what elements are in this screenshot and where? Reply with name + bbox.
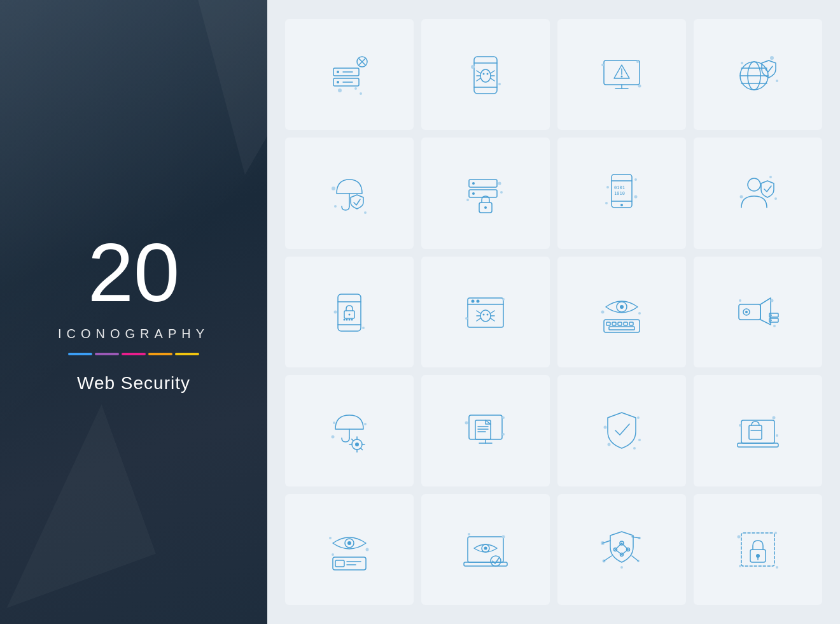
svg-point-143 xyxy=(638,439,641,441)
svg-point-142 xyxy=(637,416,640,419)
svg-line-86 xyxy=(477,311,480,313)
bar-pink xyxy=(122,353,146,355)
icon-eye-card xyxy=(285,494,414,605)
svg-rect-70 xyxy=(338,294,361,331)
svg-point-150 xyxy=(739,424,741,427)
svg-point-161 xyxy=(332,553,334,556)
icon-monitor-document xyxy=(421,375,550,486)
icon-count: 20 xyxy=(58,231,209,314)
icon-umbrella-gear xyxy=(285,375,414,486)
svg-point-79 xyxy=(334,310,337,313)
icon-shield-check xyxy=(557,375,686,486)
svg-point-129 xyxy=(364,423,367,425)
svg-point-45 xyxy=(364,211,367,214)
icon-person-shield xyxy=(694,138,822,248)
svg-rect-133 xyxy=(475,420,491,439)
svg-line-185 xyxy=(632,556,638,561)
svg-point-92 xyxy=(483,313,485,315)
svg-line-125 xyxy=(352,439,354,441)
svg-point-138 xyxy=(465,422,468,425)
svg-point-95 xyxy=(502,298,505,301)
svg-point-120 xyxy=(355,443,359,446)
svg-point-192 xyxy=(776,566,778,569)
svg-rect-155 xyxy=(333,557,366,570)
svg-point-25 xyxy=(498,83,501,85)
svg-point-5 xyxy=(337,71,339,73)
icon-laptop-bag xyxy=(694,375,822,486)
svg-point-160 xyxy=(366,548,369,551)
svg-line-91 xyxy=(491,318,494,321)
svg-text:1010: 1010 xyxy=(614,191,625,196)
svg-point-64 xyxy=(634,195,638,198)
svg-point-113 xyxy=(771,315,772,316)
svg-point-151 xyxy=(773,416,776,420)
svg-point-94 xyxy=(465,317,468,320)
svg-point-67 xyxy=(740,195,743,198)
svg-point-114 xyxy=(771,320,772,321)
svg-point-46 xyxy=(334,205,337,208)
svg-point-32 xyxy=(601,64,604,66)
svg-line-174 xyxy=(622,543,628,550)
svg-point-165 xyxy=(484,546,487,550)
svg-point-117 xyxy=(773,325,776,327)
svg-point-62 xyxy=(606,186,609,188)
icon-mobile-bug xyxy=(421,19,550,130)
svg-rect-99 xyxy=(606,322,610,325)
svg-line-88 xyxy=(477,318,480,321)
svg-point-49 xyxy=(472,182,475,185)
svg-point-154 xyxy=(347,541,351,545)
svg-rect-98 xyxy=(604,320,640,332)
svg-rect-147 xyxy=(738,443,778,447)
icon-mobile-binary: 0101 1010 xyxy=(557,138,686,248)
svg-point-63 xyxy=(634,178,637,181)
svg-line-21 xyxy=(491,78,494,81)
svg-point-193 xyxy=(739,565,741,567)
svg-point-54 xyxy=(500,191,503,194)
svg-point-77 xyxy=(349,318,351,320)
svg-point-80 xyxy=(362,327,365,329)
svg-point-141 xyxy=(604,426,607,429)
icon-browser-bug xyxy=(421,257,550,367)
svg-point-139 xyxy=(502,416,505,419)
svg-point-50 xyxy=(472,192,475,195)
svg-point-6 xyxy=(337,81,339,83)
svg-point-140 xyxy=(502,433,505,436)
svg-point-74 xyxy=(349,313,351,315)
svg-point-55 xyxy=(466,199,469,201)
svg-point-65 xyxy=(605,202,608,204)
svg-text:0101: 0101 xyxy=(614,185,625,190)
svg-point-10 xyxy=(354,87,357,90)
svg-line-89 xyxy=(491,311,494,313)
icon-umbrella-shield xyxy=(285,138,414,248)
icon-grid: 0101 1010 xyxy=(267,0,840,624)
svg-point-33 xyxy=(638,85,641,88)
bar-yellow xyxy=(175,353,199,355)
svg-rect-102 xyxy=(624,322,627,325)
svg-line-16 xyxy=(477,71,480,73)
svg-point-22 xyxy=(483,73,485,75)
svg-point-9 xyxy=(338,89,342,92)
svg-point-181 xyxy=(620,566,623,569)
svg-rect-101 xyxy=(618,322,622,325)
svg-point-53 xyxy=(498,181,501,185)
svg-line-126 xyxy=(361,448,363,450)
svg-rect-100 xyxy=(612,322,616,325)
svg-point-188 xyxy=(756,554,760,558)
left-content: 20 ICONOGRAPHY Web Security xyxy=(58,231,209,394)
svg-point-76 xyxy=(346,318,348,320)
color-bars xyxy=(58,353,209,355)
icon-monitor-warning xyxy=(557,19,686,130)
icon-globe-shield xyxy=(694,19,822,130)
svg-point-41 xyxy=(776,80,778,82)
svg-point-24 xyxy=(471,65,475,69)
svg-point-93 xyxy=(487,313,489,315)
svg-point-23 xyxy=(487,73,489,75)
svg-point-69 xyxy=(774,197,777,200)
svg-point-128 xyxy=(333,422,335,424)
svg-rect-104 xyxy=(609,327,634,330)
svg-line-175 xyxy=(615,550,622,555)
icon-server-block xyxy=(285,19,414,130)
svg-line-176 xyxy=(622,550,628,555)
svg-rect-156 xyxy=(335,560,344,567)
svg-point-168 xyxy=(502,535,505,538)
